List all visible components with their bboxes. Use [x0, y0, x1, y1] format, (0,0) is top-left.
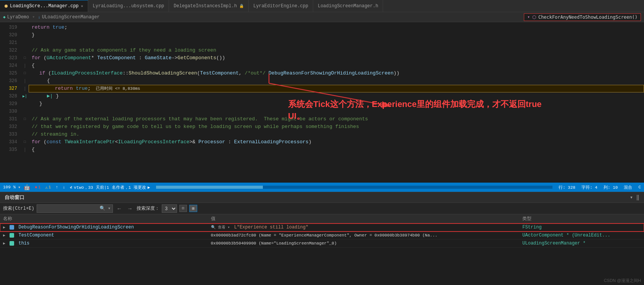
depth-selector[interactable]: 3 1 2 4 5: [162, 204, 177, 213]
var-icon-0: [10, 225, 14, 230]
collapse-325[interactable]: □: [21, 70, 29, 77]
nav-down-btn[interactable]: ↓: [63, 185, 65, 189]
tab-label: LyraEditorEngine.cpp: [253, 3, 308, 9]
col-header-value: 值: [208, 214, 520, 223]
lock-icon: 🔒: [239, 4, 244, 8]
tab-lyra-loading[interactable]: LyraLoading...ubsystem.cpp: [88, 0, 169, 12]
code-line-325: if (ILoadingProcessInterface::ShouldShow…: [29, 70, 644, 77]
breadcrumb-bar: ◆ LyraDemo ▾ ↓ ULoadingScreenManager ▾ ⬡…: [0, 12, 644, 22]
expand-arrow-0[interactable]: ▶: [3, 225, 5, 230]
tab-loading-screen-manager-h[interactable]: LoadingScreenManager.h: [313, 0, 383, 12]
modified-indicator: [5, 5, 8, 8]
search-icon-btn[interactable]: 🔍 ▾: [98, 206, 112, 211]
zoom-dropdown-icon[interactable]: ▾: [18, 185, 21, 190]
breadcrumb-class[interactable]: ↓ ULoadingScreenManager: [38, 15, 100, 20]
breadcrumb-project[interactable]: ◆ LyraDemo: [3, 15, 29, 20]
tab-label: LoadingScre...Manager.cpp: [10, 3, 79, 9]
chinese-annotation: 系统会Tick这个方法，Experience里的组件加载完成，才不返回trueU…: [288, 99, 542, 122]
code-line-323: for (UActorComponent* TestComponent : Ga…: [29, 54, 644, 62]
git-branch: ≮ vtwo，33 天前|1 名作者，1 项更改 ▶: [70, 185, 150, 190]
collapse-334[interactable]: □: [21, 138, 29, 146]
code-line-332: // that were registered by game code to …: [29, 123, 644, 131]
tab-bar: LoadingScre...Manager.cpp ✕ LyraLoading.…: [0, 0, 644, 12]
col-header-type: 类型: [519, 214, 644, 223]
nav-forward-btn[interactable]: →: [126, 205, 134, 212]
var-row-0: ▶ DebugReasonForShowingOrHidingLoadingSc…: [0, 223, 644, 232]
code-line-334: for (const TWeakInterfacePtr<ILoadingPro…: [29, 138, 644, 146]
var-type-cell-2: ULoadingScreenManager *: [519, 240, 644, 248]
col-header-name: 名称: [0, 214, 208, 223]
search-input[interactable]: [37, 206, 98, 211]
var-row-2: ▶ this 0x00000b3b50409900 (Name="Loading…: [0, 240, 644, 248]
collapse-331[interactable]: □: [21, 115, 29, 123]
code-line-333: // streaming in.: [29, 131, 644, 138]
tab-label: DelegateInstancesImpl.h: [174, 3, 237, 9]
bottom-panel: 自动窗口 ▾ ‖ 搜索(Ctrl+E) 🔍 ▾ ← → 搜索深度： 3 1 2 …: [0, 192, 644, 259]
status-bar: 109 % ▾ 🤖 ✖ 1 ⚠ 1 ↑ ↓ ≮ vtwo，33 天前|1 名作者…: [0, 183, 644, 192]
pin-btn[interactable]: ⌑: [179, 205, 187, 212]
panel-title: 自动窗口: [5, 194, 24, 201]
search-label: 搜索(Ctrl+E): [3, 205, 34, 212]
table-view-btn[interactable]: ⊞: [189, 205, 197, 212]
tab-loading-screen-manager-cpp[interactable]: LoadingScre...Manager.cpp ✕: [0, 0, 88, 12]
error-count[interactable]: ✖ 1: [35, 185, 40, 190]
tab-label: LyraLoading...ubsystem.cpp: [93, 3, 164, 9]
editor-scrollbar[interactable]: [156, 186, 552, 189]
status-robot-icon: 🤖: [24, 184, 30, 191]
code-line-319: return true;: [29, 24, 644, 31]
line-numbers: 319 320 321 322 323 324 325 326 ⇒ 327 32…: [0, 22, 21, 183]
var-value-cell-0: 🔍 查看 ▾ L"Experience still loading": [208, 223, 520, 232]
watermark: CSDN @漫漫之间H: [604, 278, 641, 283]
depth-label: 搜索深度：: [137, 205, 159, 212]
panel-toolbar: 搜索(Ctrl+E) 🔍 ▾ ← → 搜索深度： 3 1 2 4 5 ⌑ ⊞: [0, 203, 644, 214]
code-content[interactable]: return true; } // Ask any game state com…: [29, 22, 644, 183]
expand-arrow-2[interactable]: ▶: [3, 241, 5, 246]
warning-icon: ⚠: [45, 185, 48, 190]
code-line-322: // Ask any game state components if they…: [29, 47, 644, 54]
var-value-cell-1: 0x00000b3ad72cfc80 (Name = "ExperienceMa…: [208, 232, 520, 240]
nav-up-btn[interactable]: ↑: [56, 185, 58, 189]
var-name-cell-1[interactable]: ▶ TestComponent: [0, 232, 208, 240]
var-icon-2: [10, 241, 14, 246]
error-icon: ✖: [35, 185, 37, 190]
var-value-cell-2: 0x00000b3b50409900 (Name="LoadingScreenM…: [208, 240, 520, 248]
code-line-335: {: [29, 146, 644, 154]
code-line-327: return true; 已用时间 <= 8,830ms: [29, 85, 644, 92]
status-right: 行: 328 字符: 4 列: 10 混合 C: [559, 185, 641, 190]
branch-end-icon: ▶: [148, 185, 150, 190]
search-container: 🔍 ▾: [37, 204, 113, 213]
code-line-324: {: [29, 62, 644, 70]
branch-icon: ≮: [70, 185, 72, 190]
panel-header: 自动窗口 ▾ ‖: [0, 192, 644, 203]
scrollbar-thumb: [156, 186, 263, 189]
tab-delegate-instances[interactable]: DelegateInstancesImpl.h 🔒: [169, 0, 249, 12]
code-line-320: }: [29, 31, 644, 39]
function-selector[interactable]: ▾ ⬡ CheckForAnyNeedToShowLoadingScreen(): [524, 13, 641, 21]
var-type-cell-1: UActorComponent * (UnrealEdit...: [519, 232, 644, 240]
zoom-control[interactable]: 109 % ▾ 🤖: [3, 184, 30, 191]
variables-panel: 名称 值 类型 ▶ DebugReasonForShowingO: [0, 214, 644, 248]
nav-back-btn[interactable]: ←: [115, 205, 124, 212]
code-line-321: [29, 39, 644, 47]
var-type-cell-0: FString: [519, 223, 644, 232]
warning-count[interactable]: ⚠ 1: [45, 185, 51, 190]
var-icon-1: [10, 233, 14, 238]
gutter: □ │ □ │ │ ▶| □ □ │: [21, 22, 29, 183]
close-tab-btn[interactable]: ✕: [81, 4, 83, 8]
var-name-cell-0[interactable]: ▶ DebugReasonForShowingOrHidingLoadingSc…: [0, 223, 208, 232]
editor-area: 319 320 321 322 323 324 325 326 ⇒ 327 32…: [0, 22, 644, 183]
variables-table: 名称 值 类型 ▶ DebugReasonForShowingO: [0, 214, 644, 248]
var-name-cell-2[interactable]: ▶ this: [0, 240, 208, 248]
play-327[interactable]: ▶|: [21, 92, 29, 100]
panel-collapse-btn[interactable]: ▾ ‖: [630, 194, 639, 201]
function-icon: ▾: [527, 15, 530, 19]
expand-arrow-1[interactable]: ▶: [3, 233, 5, 238]
tab-label: LoadingScreenManager.h: [318, 3, 378, 9]
code-line-326: {: [29, 77, 644, 85]
var-row-1: ▶ TestComponent 0x00000b3ad72cfc80 (Name…: [0, 232, 644, 240]
collapse-323[interactable]: □: [21, 54, 29, 62]
tab-lyra-editor-engine[interactable]: LyraEditorEngine.cpp: [249, 0, 313, 12]
search-value-icon-0[interactable]: 🔍 查看 ▾: [211, 225, 230, 230]
